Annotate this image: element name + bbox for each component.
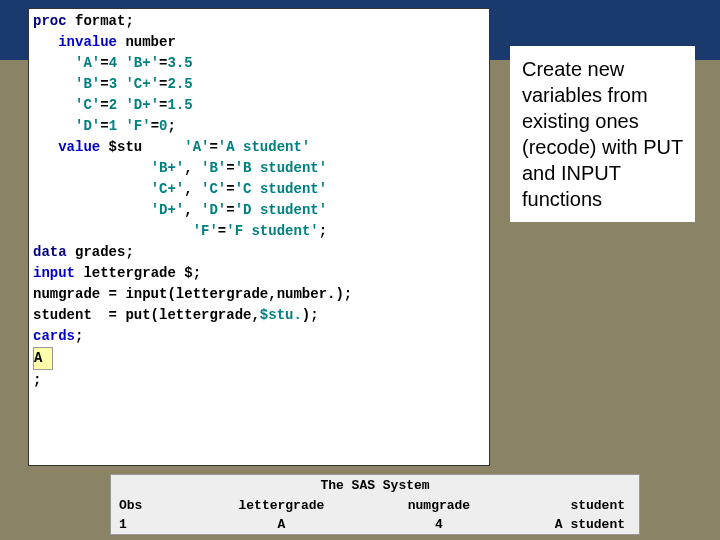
code-text: ); (302, 307, 319, 323)
code-text: = (218, 223, 226, 239)
lit: 2 (109, 97, 117, 113)
kw-input: input (33, 265, 75, 281)
code-text: number. (277, 286, 336, 302)
lit: 'D' (33, 118, 100, 134)
code-text: = (100, 55, 108, 71)
code-text: = (226, 181, 234, 197)
lit: 'D student' (235, 202, 327, 218)
lit: 3.5 (167, 55, 192, 71)
lit: 'C+' (151, 181, 185, 197)
code-text: ); (335, 286, 352, 302)
code-text (33, 223, 193, 239)
output-data-row: 1 A 4 A student (111, 515, 639, 534)
lit: 'F' (193, 223, 218, 239)
lit: 'B+' (151, 160, 185, 176)
code-text: numgrade = input(lettergrade, (33, 286, 277, 302)
code-text: ; (33, 372, 41, 388)
code-text: lettergrade $; (75, 265, 201, 281)
col-st-header: student (513, 498, 631, 513)
code-text: grades; (67, 244, 134, 260)
lit: 'C student' (235, 181, 327, 197)
code-text: ; (319, 223, 327, 239)
lit: 2.5 (167, 76, 192, 92)
lit: 'B+' (117, 55, 159, 71)
kw-proc: proc (33, 13, 67, 29)
code-text: , (184, 202, 201, 218)
code-text: = (100, 118, 108, 134)
kw-invalue: invalue (33, 34, 117, 50)
lit: 'D+' (151, 202, 185, 218)
lit: 'F' (117, 118, 151, 134)
code-text: $stu (100, 139, 184, 155)
lit: 4 (109, 55, 117, 71)
code-text: = (151, 118, 159, 134)
slide-caption: Create new variables from existing ones … (510, 46, 695, 222)
cell-st: A student (513, 517, 631, 532)
lit: 'A student' (218, 139, 310, 155)
lit: 'B' (33, 76, 100, 92)
code-text: = (100, 97, 108, 113)
code-text (33, 160, 151, 176)
code-text (33, 202, 151, 218)
code-text: = (226, 160, 234, 176)
sas-code-block: proc format; invalue number 'A'=4 'B+'=3… (28, 8, 490, 466)
lit: 'D+' (117, 97, 159, 113)
code-text: format; (67, 13, 134, 29)
code-text: = (226, 202, 234, 218)
code-text: = (209, 139, 217, 155)
lit: $stu. (260, 307, 302, 323)
lit: 'A' (184, 139, 209, 155)
kw-cards: cards (33, 328, 75, 344)
lit: 'A' (33, 55, 100, 71)
lit: 1.5 (167, 97, 192, 113)
code-text: , (184, 160, 201, 176)
output-title: The SAS System (111, 475, 639, 496)
lit: 'D' (201, 202, 226, 218)
cell-ng: 4 (365, 517, 513, 532)
kw-data: data (33, 244, 67, 260)
code-text: ; (75, 328, 83, 344)
caption-text: Create new variables from existing ones … (522, 58, 683, 210)
code-text: = (100, 76, 108, 92)
code-text: , (184, 181, 201, 197)
lit: 'C' (33, 97, 100, 113)
lit: 'C' (201, 181, 226, 197)
output-header-row: Obs lettergrade numgrade student (111, 496, 639, 515)
lit: 'B student' (235, 160, 327, 176)
lit: 'F student' (226, 223, 318, 239)
data-line: A (33, 347, 53, 370)
sas-output-block: The SAS System Obs lettergrade numgrade … (110, 474, 640, 535)
lit: 1 (109, 118, 117, 134)
col-obs-header: Obs (119, 498, 198, 513)
code-text: student = put(lettergrade, (33, 307, 260, 323)
lit: 'C+' (117, 76, 159, 92)
cell-lg: A (198, 517, 365, 532)
col-ng-header: numgrade (365, 498, 513, 513)
lit: 'B' (201, 160, 226, 176)
lit: 3 (109, 76, 117, 92)
code-text: ; (167, 118, 175, 134)
col-lg-header: lettergrade (198, 498, 365, 513)
code-text (33, 181, 151, 197)
cell-obs: 1 (119, 517, 198, 532)
code-text: number (117, 34, 176, 50)
kw-value: value (33, 139, 100, 155)
